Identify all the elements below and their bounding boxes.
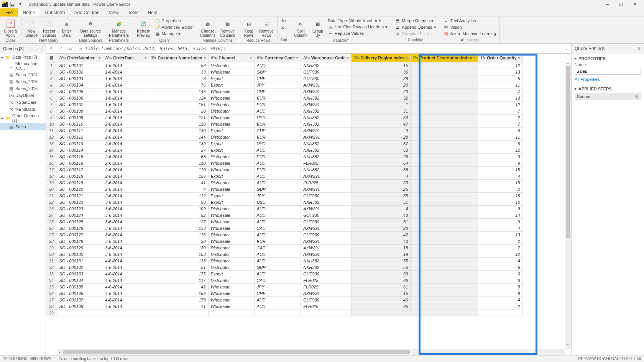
cell[interactable]: GUT930 [301,218,352,225]
table-row[interactable]: 12SO - 0001122-6-2014144DistributorEURAX… [46,134,522,140]
cell[interactable]: 66 [352,277,411,283]
cell[interactable]: 4-6-2014 [103,303,149,310]
cell[interactable]: Wholesale [208,303,254,310]
cell[interactable]: NXH382 [301,121,352,127]
split-column-button[interactable]: ⫙Split Column [292,18,309,38]
step-gear-icon[interactable]: ⚙ [635,94,639,99]
cell[interactable]: 2-6-2014 [103,153,149,160]
cell[interactable]: 15 [352,62,411,69]
cell[interactable]: 3 [478,153,523,160]
cell[interactable]: AXW291 [301,127,352,134]
cell[interactable]: 5 [478,140,523,147]
cell[interactable]: CHF [254,88,301,95]
cell[interactable] [411,173,478,179]
cell[interactable]: 124 [149,95,208,101]
cell[interactable]: GUT930 [301,296,352,303]
table-row[interactable]: 17SO - 0001172-6-2014110WholesaleEURNXH3… [46,166,522,173]
cell[interactable]: SO - 000103 [57,75,103,82]
cell[interactable]: Wholesale [208,166,254,173]
cell[interactable]: 54 [352,114,411,121]
column-header[interactable]: 1²₃Customer Name Index▾ [149,54,208,62]
cell[interactable]: 4-6-2014 [103,264,149,270]
cell[interactable]: SO - 000132 [57,264,103,270]
cell[interactable]: 3-6-2014 [103,231,149,238]
vision-button[interactable]: 👁Vision [442,24,497,30]
cell[interactable]: AUD [254,231,301,238]
append-queries-button[interactable]: ⬓Append Queries ▾ [394,24,437,30]
cell[interactable]: NXH382 [301,153,352,160]
cell[interactable]: SO - 000126 [57,225,103,231]
table-row[interactable]: 21SO - 0001212-6-2014112ExportJPYGUT9303… [46,192,522,199]
cell[interactable]: FLR025 [301,283,352,290]
cell[interactable] [411,82,478,88]
cell[interactable] [411,231,478,238]
cell[interactable]: AUD [254,179,301,186]
cell[interactable]: 5 [478,75,523,82]
cell[interactable]: 63 [352,179,411,186]
cell[interactable]: 2-6-2014 [103,127,149,134]
cell[interactable]: GBP [254,69,301,75]
row-number[interactable]: 5 [46,88,57,95]
cell[interactable] [411,121,478,127]
row-number[interactable]: 14 [46,147,57,153]
column-filter-icon[interactable]: ▾ [406,56,408,60]
cell[interactable]: 6 [478,270,523,277]
cell[interactable]: AUD [254,205,301,212]
cell[interactable]: JPY [254,192,301,199]
cell[interactable]: 3-6-2014 [103,199,149,205]
cell[interactable]: SO - 000135 [57,283,103,290]
grid-corner[interactable]: ▦ [46,54,57,62]
cell[interactable]: GUT930 [301,75,352,82]
cell[interactable]: Export [208,140,254,147]
cell[interactable]: NXH382 [301,147,352,153]
cell[interactable]: EUR [254,134,301,140]
cell[interactable]: 53 [352,147,411,153]
cell[interactable]: 2-6-2014 [103,121,149,127]
cell[interactable]: Wholesale [208,283,254,290]
cell[interactable]: 65 [352,303,411,310]
cell[interactable] [411,310,478,316]
cell[interactable] [411,199,478,205]
cell[interactable] [411,238,478,244]
manage-button[interactable]: ▦Manage ▾ [154,31,194,37]
cell[interactable]: NXH382 [301,108,352,114]
cell[interactable]: 9 [478,218,523,225]
cell[interactable]: AXW291 [301,186,352,192]
cell[interactable]: USD [254,140,301,147]
table-row[interactable]: 31SO - 0001314-6-2014133DistributorAUDNX… [46,257,522,264]
cell[interactable]: 156 [149,173,208,179]
cell[interactable]: 64 [352,160,411,166]
cell[interactable] [411,127,478,134]
tab-view[interactable]: View [104,8,123,16]
cell[interactable]: USD [254,114,301,121]
query-sales2014[interactable]: ▦Sales_2014 [0,71,46,78]
folder-other-queries[interactable]: ▸📁Other Queries [1] [0,113,46,123]
close-button[interactable]: ✕ [630,0,639,8]
cell[interactable]: SO - 000121 [57,192,103,199]
cell[interactable]: AUD [254,257,301,264]
cell[interactable] [411,257,478,264]
cell[interactable]: 57 [352,140,411,147]
cell[interactable]: NXH382 [301,264,352,270]
cell[interactable]: 130 [149,127,208,134]
table-row[interactable]: 35SO - 0001354-6-201442WholesaleJPYFLR02… [46,283,522,290]
cell[interactable]: 12 [478,147,523,153]
cell[interactable]: 13 [478,95,523,101]
cell[interactable]: 127 [149,218,208,225]
cell[interactable] [411,244,478,251]
table-row[interactable]: 27SO - 0001273-6-2014116DistributorAUDGU… [46,231,522,238]
cell[interactable]: SO - 000119 [57,179,103,186]
cell[interactable]: 19 [352,251,411,257]
cell[interactable]: 52 [352,95,411,101]
row-number[interactable]: 29 [46,244,57,251]
cell[interactable] [411,192,478,199]
cell[interactable]: GUT930 [301,270,352,277]
sort-desc-button[interactable]: Z↓ [280,24,288,30]
cell[interactable]: 43 [352,238,411,244]
group-by-button[interactable]: ▦Group By [310,18,325,38]
cell[interactable] [411,95,478,101]
cell[interactable]: NXH382 [301,257,352,264]
cell[interactable] [411,75,478,82]
new-source-button[interactable]: 📄New Source [24,18,39,38]
cell[interactable]: EUR [254,166,301,173]
